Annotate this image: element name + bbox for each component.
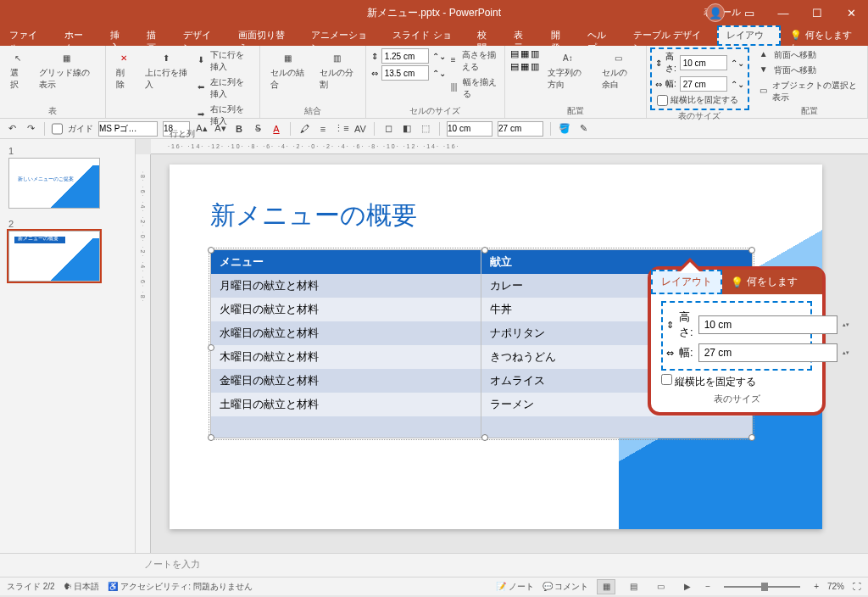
guide-checkbox[interactable] [52,121,63,137]
arrange-button[interactable]: ◧ [400,122,414,136]
table-cell[interactable] [211,416,481,438]
tab-layout[interactable]: レイアウト [717,25,781,46]
notes-pane[interactable]: ノートを入力 [0,553,868,577]
selection-pane-button[interactable]: ▭オブジェクトの選択と表示 [758,79,862,104]
tab-insert[interactable]: 挿入 [101,25,137,46]
split-cells-button[interactable]: ▥セルの分割 [314,48,360,92]
table-width-input[interactable] [680,76,727,92]
account-button[interactable]: 👤 [698,0,732,25]
table-cell[interactable]: 月曜日の献立と材料 [211,274,481,298]
table-height-icon: ⇕ [655,59,662,68]
notes-toggle[interactable]: 📝 ノート [496,581,534,593]
font-color-button[interactable]: A [270,122,283,136]
table-height-input[interactable] [680,55,727,70]
merge-cells-button[interactable]: ▦セルの結合 [265,48,311,92]
align-mr-button[interactable]: ▥ [531,61,539,72]
highlight-button[interactable]: 🖍 [298,122,311,136]
normal-view-button[interactable]: ▦ [597,579,615,594]
sorter-view-button[interactable]: ▤ [624,579,643,594]
callout-width-input[interactable] [698,343,837,362]
outline-button[interactable]: ✎ [576,122,590,136]
reading-view-button[interactable]: ▭ [651,579,670,594]
align-tl-button[interactable]: ▤ [510,48,519,59]
tab-animations[interactable]: アニメーション [302,25,384,46]
view-gridlines-button[interactable]: ▦グリッド線の表示 [34,48,100,92]
table-cell[interactable]: 金曜日の献立と材料 [211,369,481,393]
thumbnail-1[interactable]: 1 新しいメニューのご提案 [8,146,126,209]
callout-tab-layout[interactable]: レイアウト [651,270,722,294]
header-cell[interactable]: メニュー [211,250,481,274]
table-cell[interactable] [481,416,752,438]
spinner-icon[interactable]: ▴▾ [843,322,849,327]
cell-margin-button[interactable]: ▭セルの余白 [597,48,641,92]
guide-label: ガイド [68,123,93,135]
slide-title[interactable]: 新メニューの概要 [210,198,417,233]
align-tr-button[interactable]: ▥ [531,48,539,59]
table-cell[interactable]: 水曜日の献立と材料 [211,321,481,345]
distribute-cols-button[interactable]: |||幅を揃える [449,75,499,101]
tab-design[interactable]: デザイン [174,25,229,46]
tab-transitions[interactable]: 画面切り替え [229,25,302,46]
row-height-input[interactable] [381,48,429,64]
minimize-button[interactable]: ― [766,0,800,25]
shape-width-input[interactable] [498,121,543,137]
redo-button[interactable]: ↷ [24,122,37,136]
table-cell[interactable]: 土曜日の献立と材料 [211,393,481,416]
maximize-button[interactable]: ☐ [800,0,834,25]
slideshow-view-button[interactable]: ▶ [678,579,697,594]
text-direction-button[interactable]: A↕文字列の方向 [542,48,593,92]
select-button[interactable]: ↖選択 [5,48,31,92]
callout-lock-checkbox[interactable] [661,374,672,385]
tab-slideshow[interactable]: スライド ショー [383,25,468,46]
align-tc-button[interactable]: ▦ [520,48,529,59]
fit-window-button[interactable]: ⛶ [853,582,861,591]
tab-draw[interactable]: 描画 [137,25,174,46]
table-cell[interactable]: 火曜日の献立と材料 [211,298,481,321]
tell-me[interactable]: 💡 何をしますか [781,25,867,46]
lock-aspect-checkbox[interactable] [657,95,668,106]
bring-forward-button[interactable]: ▲前面へ移動 [758,48,862,62]
callout-tell-me[interactable]: 💡何をします [722,270,822,294]
height-icon: ⇕ [666,320,674,331]
tab-review[interactable]: 校閲 [468,25,504,46]
close-button[interactable]: ✕ [834,0,868,25]
shapes-button[interactable]: ◻ [381,122,395,136]
insert-above-button[interactable]: ⬆上に行を挿入 [140,48,193,92]
spacing-button[interactable]: AV [353,122,367,136]
tab-file[interactable]: ファイル [0,25,55,46]
align-mc-button[interactable]: ▦ [520,61,529,72]
zoom-out-button[interactable]: − [705,582,710,591]
callout-height-input[interactable] [698,315,837,334]
fill-button[interactable]: 🪣 [558,122,571,136]
zoom-slider[interactable] [724,586,800,588]
ribbon-display-button[interactable]: ▭ [732,0,766,25]
undo-button[interactable]: ↶ [5,122,19,136]
shape-height-input[interactable] [447,121,492,137]
tab-developer[interactable]: 開発 [542,25,578,46]
tab-help[interactable]: ヘルプ [578,25,624,46]
height-label: 高さ: [665,51,676,75]
align-ml-button[interactable]: ▤ [510,61,519,72]
zoom-level[interactable]: 72% [827,582,844,591]
bullets-button[interactable]: ⋮≡ [335,122,348,136]
tab-table-design[interactable]: テーブル デザイン [624,25,717,46]
thumbnail-2[interactable]: 2 新メニューの概要 [8,219,126,282]
zoom-in-button[interactable]: + [814,582,819,591]
align-button[interactable]: ≡ [316,122,330,136]
delete-button[interactable]: ✕削除 [111,48,136,92]
insert-left-button[interactable]: ⬅左に列を挿入 [196,75,253,101]
col-width-input[interactable] [381,65,429,81]
spinner-icon[interactable]: ▴▾ [843,350,849,355]
tab-home[interactable]: ホーム [55,25,101,46]
comments-toggle[interactable]: 💬 コメント [542,581,589,593]
tab-view[interactable]: 表示 [504,25,541,46]
table-cell[interactable]: 木曜日の献立と材料 [211,345,481,369]
insert-right-button[interactable]: ➡右に列を挿入 [196,103,253,128]
accessibility-status[interactable]: アクセシビリティ: 問題ありません [120,582,253,591]
insert-below-button[interactable]: ⬇下に行を挿入 [196,48,253,74]
distribute-rows-button[interactable]: ≡高さを揃える [449,48,499,74]
send-backward-button[interactable]: ▼背面へ移動 [758,64,862,77]
group-button[interactable]: ⬚ [419,122,432,136]
vertical-ruler: ·8· ·6· ·4· ·2· ·0· ·2· ·4· ·6· ·8· [136,154,151,553]
language-status[interactable]: 日本語 [74,582,99,591]
